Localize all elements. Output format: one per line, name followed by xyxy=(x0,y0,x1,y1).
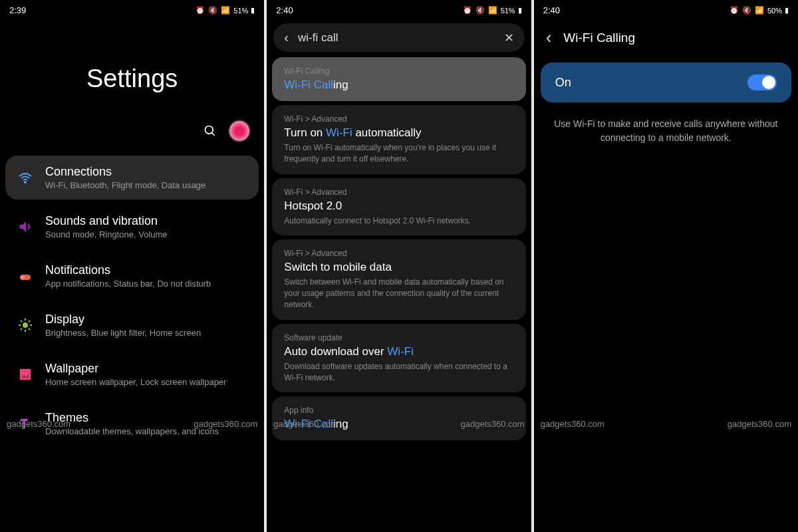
item-title: Sounds and vibration xyxy=(45,214,248,228)
search-bar[interactable]: ‹ wi-fi call ✕ xyxy=(273,23,524,52)
result-switch-mobile[interactable]: Wi-Fi > Advanced Switch to mobile data S… xyxy=(272,239,525,319)
brightness-icon xyxy=(17,317,33,333)
result-desc: Turn on Wi-Fi automatically when you're … xyxy=(284,142,513,165)
item-sub: Brightness, Blue light filter, Home scre… xyxy=(45,328,248,338)
status-time: 2:40 xyxy=(543,5,560,15)
svg-line-1 xyxy=(212,133,215,136)
statusbar: 2:40 ⏰ 🔇 📶 51% ▮ xyxy=(267,0,531,18)
status-indicators: ⏰ 🔇 📶 51% ▮ xyxy=(463,6,522,15)
item-title: Wallpaper xyxy=(45,362,248,376)
result-desc: Download software updates automatically … xyxy=(284,361,513,384)
toggle-switch[interactable] xyxy=(747,74,777,90)
svg-point-2 xyxy=(25,182,26,183)
status-indicators: ⏰ 🔇 📶 50% ▮ xyxy=(730,6,789,15)
wifi-icon: 📶 xyxy=(488,6,498,15)
screen-wifi-calling: 2:40 ⏰ 🔇 📶 50% ▮ ‹ Wi-Fi Calling On Use … xyxy=(534,0,798,532)
result-title: Switch to mobile data xyxy=(284,261,513,274)
result-title: Auto download over Wi-Fi xyxy=(284,345,513,358)
result-wifi-calling[interactable]: Wi-Fi Calling Wi-Fi Calling xyxy=(272,57,525,101)
statusbar: 2:39 ⏰ 🔇 📶 51% ▮ xyxy=(0,0,264,18)
result-title: Wi-Fi Calling xyxy=(284,78,513,92)
mute-icon: 🔇 xyxy=(475,6,485,15)
settings-item-sounds[interactable]: Sounds and vibrationSound mode, Ringtone… xyxy=(5,205,259,249)
result-app-info[interactable]: App info Wi-Fi Calling xyxy=(272,396,525,440)
result-breadcrumb: App info xyxy=(284,406,513,415)
result-breadcrumb: Wi-Fi > Advanced xyxy=(284,249,513,258)
item-title: Notifications xyxy=(45,263,248,277)
item-title: Display xyxy=(45,313,248,327)
item-sub: App notifications, Status bar, Do not di… xyxy=(45,279,248,289)
statusbar: 2:40 ⏰ 🔇 📶 50% ▮ xyxy=(534,0,798,18)
svg-point-4 xyxy=(21,275,25,279)
toggle-label: On xyxy=(555,76,571,90)
settings-list: ConnectionsWi-Fi, Bluetooth, Flight mode… xyxy=(0,156,264,446)
page-title: Settings xyxy=(0,65,264,93)
battery-percent: 50% xyxy=(767,7,782,15)
screen-search: 2:40 ⏰ 🔇 📶 51% ▮ ‹ wi-fi call ✕ Wi-Fi Ca… xyxy=(267,0,531,532)
settings-item-wallpaper[interactable]: WallpaperHome screen wallpaper, Lock scr… xyxy=(5,352,259,396)
svg-line-11 xyxy=(29,329,30,330)
result-breadcrumb: Wi-Fi > Advanced xyxy=(284,114,513,124)
battery-icon: ▮ xyxy=(785,6,789,15)
screen-settings: 2:39 ⏰ 🔇 📶 51% ▮ Settings ConnectionsWi-… xyxy=(0,0,264,532)
status-indicators: ⏰ 🔇 📶 51% ▮ xyxy=(196,6,255,15)
result-desc: Switch between Wi-Fi and mobile data aut… xyxy=(284,277,513,310)
result-auto-download[interactable]: Software update Auto download over Wi-Fi… xyxy=(272,324,525,393)
item-title: Connections xyxy=(45,165,248,179)
settings-item-themes[interactable]: ThemesDownloadable themes, wallpapers, a… xyxy=(5,402,259,446)
feature-description: Use Wi-Fi to make and receive calls anyw… xyxy=(534,108,798,154)
wifi-calling-toggle-bar[interactable]: On xyxy=(541,63,791,102)
settings-hero: Settings xyxy=(0,18,264,120)
profile-avatar[interactable] xyxy=(228,120,251,142)
search-results: Wi-Fi Calling Wi-Fi Calling Wi-Fi > Adva… xyxy=(267,57,531,440)
result-title: Wi-Fi Calling xyxy=(284,418,513,431)
result-hotspot[interactable]: Wi-Fi > Advanced Hotspot 2.0 Automatical… xyxy=(272,178,525,236)
sound-icon xyxy=(17,219,33,235)
search-button[interactable] xyxy=(203,124,217,138)
alarm-icon: ⏰ xyxy=(730,6,739,15)
item-title: Themes xyxy=(45,411,248,425)
svg-line-13 xyxy=(29,321,30,322)
wallpaper-icon xyxy=(18,367,33,382)
settings-item-connections[interactable]: ConnectionsWi-Fi, Bluetooth, Flight mode… xyxy=(5,156,259,200)
battery-percent: 51% xyxy=(233,7,248,15)
page-header: ‹ Wi-Fi Calling xyxy=(534,18,798,57)
svg-line-10 xyxy=(21,321,22,322)
back-button[interactable]: ‹ xyxy=(546,27,552,48)
toggle-knob xyxy=(762,76,775,89)
mute-icon: 🔇 xyxy=(742,6,752,15)
item-sub: Home screen wallpaper, Lock screen wallp… xyxy=(45,377,248,387)
settings-item-display[interactable]: DisplayBrightness, Blue light filter, Ho… xyxy=(5,303,259,347)
status-time: 2:40 xyxy=(276,5,293,15)
mute-icon: 🔇 xyxy=(208,6,218,15)
search-input[interactable]: wi-fi call xyxy=(298,31,495,45)
item-sub: Downloadable themes, wallpapers, and ico… xyxy=(45,426,248,436)
notification-icon xyxy=(17,268,33,284)
svg-line-12 xyxy=(21,329,22,330)
status-time: 2:39 xyxy=(9,5,26,15)
result-turn-on-wifi[interactable]: Wi-Fi > Advanced Turn on Wi-Fi automatic… xyxy=(272,105,525,174)
clear-button[interactable]: ✕ xyxy=(504,31,514,45)
result-breadcrumb: Wi-Fi > Advanced xyxy=(284,188,513,197)
watermark: gadgets360.com xyxy=(541,419,604,429)
result-breadcrumb: Software update xyxy=(284,333,513,342)
hero-actions xyxy=(0,120,264,156)
svg-point-0 xyxy=(205,126,213,134)
battery-icon: ▮ xyxy=(251,6,255,15)
item-sub: Sound mode, Ringtone, Volume xyxy=(45,229,248,239)
watermark: gadgets360.com xyxy=(728,419,791,429)
wifi-icon: 📶 xyxy=(755,6,765,15)
wifi-icon: 📶 xyxy=(221,6,231,15)
settings-item-notifications[interactable]: NotificationsApp notifications, Status b… xyxy=(5,254,259,298)
back-button[interactable]: ‹ xyxy=(284,30,289,45)
alarm-icon: ⏰ xyxy=(463,6,473,15)
result-title: Turn on Wi-Fi automatically xyxy=(284,126,513,140)
themes-icon xyxy=(18,416,33,431)
result-desc: Automatically connect to Hotspot 2.0 Wi-… xyxy=(284,215,513,227)
result-breadcrumb: Wi-Fi Calling xyxy=(284,66,513,76)
battery-icon: ▮ xyxy=(518,6,522,15)
battery-percent: 51% xyxy=(501,7,515,15)
wifi-icon xyxy=(17,170,33,186)
page-title: Wi-Fi Calling xyxy=(563,31,635,45)
result-title: Hotspot 2.0 xyxy=(284,200,513,213)
